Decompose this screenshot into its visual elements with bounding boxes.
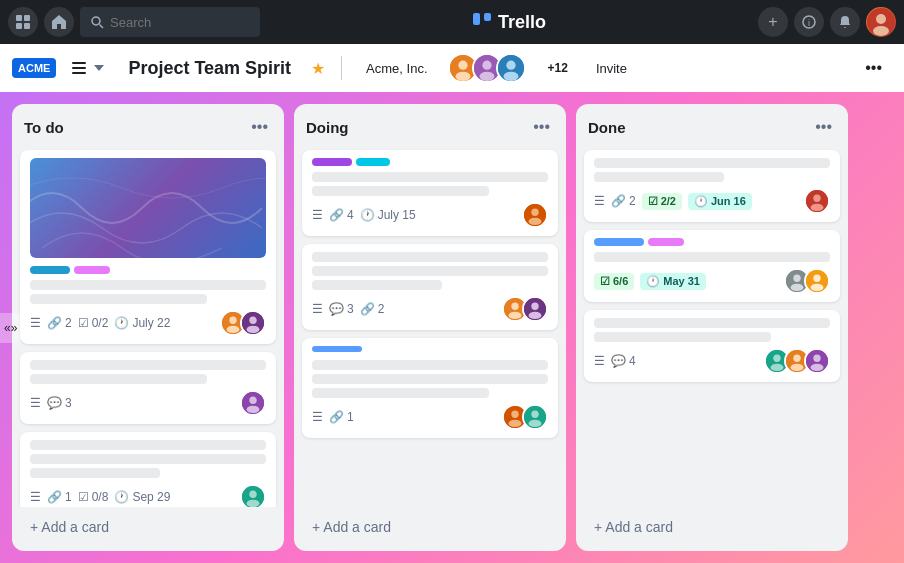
svg-point-63 (771, 364, 784, 371)
list-doing-more[interactable]: ••• (529, 114, 554, 140)
search-bar[interactable] (80, 7, 260, 37)
date-value: May 31 (663, 275, 700, 287)
attach-icon: 🔗 (47, 490, 62, 504)
svg-point-66 (791, 364, 804, 371)
label-pink (74, 266, 110, 274)
svg-point-51 (529, 420, 542, 427)
card-doing-2[interactable]: ☰ 💬 3 🔗 2 (302, 244, 558, 330)
card-meta-date: 🕐 July 15 (360, 208, 416, 222)
sidebar-toggle[interactable]: «» (0, 313, 21, 343)
star-icon[interactable]: ★ (307, 55, 329, 82)
card-avatar-2[interactable] (522, 404, 548, 430)
add-card-todo-button[interactable]: + Add a card (20, 511, 276, 543)
board-area: «» To do ••• (0, 92, 904, 563)
card-meta-check: ☑ 0/2 (78, 316, 109, 330)
svg-point-36 (247, 500, 260, 507)
view-switcher[interactable] (64, 57, 112, 79)
check-icon: ☑ (78, 490, 89, 504)
info-button[interactable]: i (794, 7, 824, 37)
workspace-name[interactable]: Acme, Inc. (354, 55, 439, 82)
check-icon: ☑ (78, 316, 89, 330)
card-footer: ☰ 🔗 1 (312, 404, 548, 430)
home-icon[interactable] (44, 7, 74, 37)
card-avatar-1[interactable] (240, 484, 266, 507)
svg-point-17 (458, 61, 467, 70)
attach-count: 4 (347, 208, 354, 222)
svg-rect-3 (24, 23, 30, 29)
grid-icon[interactable] (8, 7, 38, 37)
card-meta-attach: 🔗 1 (329, 410, 354, 424)
clock-icon: 🕐 (646, 275, 660, 288)
card-text-line (30, 360, 266, 370)
card-doing-1[interactable]: ☰ 🔗 4 🕐 July 15 (302, 150, 558, 236)
svg-point-54 (811, 204, 824, 211)
card-avatar-3[interactable] (804, 348, 830, 374)
card-avatar-1[interactable] (522, 202, 548, 228)
list-todo-more[interactable]: ••• (247, 114, 272, 140)
user-avatar[interactable] (866, 7, 896, 37)
member-avatar-3[interactable] (496, 53, 526, 83)
clock-icon: 🕐 (694, 195, 708, 208)
clock-icon: 🕐 (114, 490, 129, 504)
label-purple (312, 158, 352, 166)
card-text-line (312, 172, 548, 182)
list-done-more[interactable]: ••• (811, 114, 836, 140)
date-value: Jun 16 (711, 195, 746, 207)
card-done-3[interactable]: ☰ 💬 4 (584, 310, 840, 382)
add-card-done-button[interactable]: + Add a card (584, 511, 840, 543)
card-todo-1[interactable]: ☰ 🔗 2 ☑ 0/2 🕐 July 22 (20, 150, 276, 344)
check-count: 0/2 (92, 316, 109, 330)
card-footer: ☰ 🔗 2 ☑ 2/2 🕐 Jun 16 (594, 188, 830, 214)
card-meta-attach: 🔗 2 (360, 302, 385, 316)
notification-button[interactable] (830, 7, 860, 37)
svg-point-50 (531, 411, 538, 418)
divider (341, 56, 342, 80)
card-avatar-2[interactable] (522, 296, 548, 322)
board-title: Project Team Spirit (120, 54, 299, 83)
trello-logo: Trello (266, 12, 752, 33)
card-avatar-1[interactable] (804, 188, 830, 214)
card-meta-comment: 💬 3 (47, 396, 72, 410)
svg-point-30 (247, 326, 260, 333)
card-meta-attach: 🔗 2 (611, 194, 636, 208)
svg-point-12 (873, 26, 889, 36)
card-avatar-2[interactable] (240, 310, 266, 336)
card-avatars (240, 390, 266, 416)
member-count[interactable]: +12 (540, 57, 576, 79)
attach-icon: 🔗 (329, 410, 344, 424)
svg-point-35 (249, 491, 256, 498)
svg-point-68 (813, 355, 820, 362)
add-button[interactable]: + (758, 7, 788, 37)
card-done-2-labels (594, 238, 830, 246)
card-todo-3[interactable]: ☰ 🔗 1 ☑ 0/8 🕐 Sep 29 (20, 432, 276, 507)
svg-point-60 (811, 284, 824, 291)
card-text-line (594, 158, 830, 168)
card-cover (30, 158, 266, 258)
card-todo-2[interactable]: ☰ 💬 3 (20, 352, 276, 424)
board-more-button[interactable]: ••• (855, 53, 892, 83)
card-avatar-1[interactable] (240, 390, 266, 416)
invite-button[interactable]: Invite (584, 55, 639, 82)
card-text-line (30, 294, 207, 304)
add-card-doing-button[interactable]: + Add a card (302, 511, 558, 543)
attach-icon: 🔗 (329, 208, 344, 222)
card-meta-list: ☰ (30, 396, 41, 410)
workspace-badge[interactable]: ACME (12, 58, 56, 78)
card-meta-list: ☰ (312, 410, 323, 424)
check-value: 2/2 (661, 195, 676, 207)
card-avatar-2[interactable] (804, 268, 830, 294)
card-text-line (30, 468, 160, 478)
list-done-cards: ☰ 🔗 2 ☑ 2/2 🕐 Jun 16 (576, 146, 848, 507)
card-done-2[interactable]: ☑ 6/6 🕐 May 31 (584, 230, 840, 302)
card-doing-3[interactable]: ☰ 🔗 1 (302, 338, 558, 438)
card-footer: ☰ 💬 3 🔗 2 (312, 296, 548, 322)
svg-point-44 (531, 303, 538, 310)
comment-count: 3 (347, 302, 354, 316)
card-done-1[interactable]: ☰ 🔗 2 ☑ 2/2 🕐 Jun 16 (584, 150, 840, 222)
svg-rect-15 (72, 72, 86, 74)
search-input[interactable] (110, 15, 240, 30)
card-footer: ☑ 6/6 🕐 May 31 (594, 268, 830, 294)
svg-point-69 (811, 364, 824, 371)
card-meta-list: ☰ (594, 354, 605, 368)
check-badge: ☑ 2/2 (642, 193, 682, 210)
